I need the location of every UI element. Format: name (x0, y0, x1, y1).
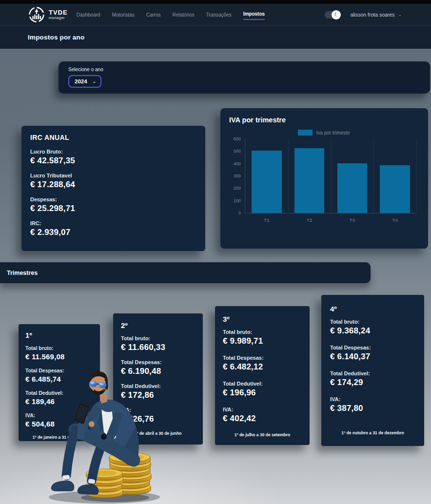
field-value: € 17.288,64 (30, 180, 196, 190)
field-label: Total Dedutivel: (121, 383, 195, 389)
field-group: Lucro Bruto:€ 42.587,35 (30, 149, 196, 166)
field-group: IVA:€ 504,68 (25, 412, 93, 428)
quarter-title: 4º (330, 305, 415, 313)
field-value: € 174,29 (330, 378, 415, 388)
page-title: Impostos por ano (28, 34, 84, 41)
field-group: Total bruto:€ 11.569,08 (25, 345, 93, 361)
gridline (416, 139, 417, 213)
user-name: alisson frota soares (350, 12, 394, 18)
field-group: Total Despesas:€ 6.190,48 (121, 359, 195, 376)
x-tick-label: T2 (288, 217, 331, 223)
x-tick-label: T1 (245, 217, 288, 223)
nav-item-dashboard[interactable]: Dashboard (77, 10, 100, 19)
legend-label: Iva por trimeste (316, 130, 350, 136)
chart-title: IVA por trimestre (229, 116, 418, 124)
field-group: Total Despesas:€ 6.140,37 (330, 345, 415, 362)
chart-bar-column: T4 (373, 139, 416, 213)
field-label: Total bruto: (121, 335, 195, 341)
year-select-value: 2024 (75, 78, 87, 84)
top-strip (0, 0, 431, 4)
field-value: € 25.298,71 (30, 204, 196, 213)
quarter-fields: Total bruto:€ 11.660,33Total Despesas:€ … (121, 335, 195, 431)
quarter-period: 1º de abril a 30 de junho (121, 431, 195, 437)
y-tick-label: 100 (234, 198, 241, 203)
chart-plot: T1T2T3T4 (245, 139, 416, 213)
brand-subtitle: manager (49, 16, 68, 20)
chevron-down-icon: ⌄ (93, 79, 97, 84)
field-label: Despesas: (30, 196, 196, 202)
field-label: Total bruto: (330, 319, 415, 325)
nav-item-relatrios[interactable]: Relatórios (173, 10, 195, 19)
field-group: Total Dedutivel:€ 196,96 (223, 381, 302, 398)
field-label: Total Despesas: (121, 359, 195, 365)
field-value: € 11.569,08 (25, 352, 93, 361)
year-selector-panel: Selecione o ano 2024 ⌄ (59, 61, 430, 94)
nav-item-impostos[interactable]: Impostos (243, 9, 265, 20)
quarter-title: 3º (223, 315, 302, 323)
irc-fields: Lucro Bruto:€ 42.587,35Lucro Tributavel€… (30, 149, 196, 237)
top-nav: TVDE manager DashboardMotoristasCarrosRe… (0, 4, 431, 25)
field-label: Total bruto: (223, 329, 302, 335)
field-group: Despesas:€ 25.298,71 (30, 196, 196, 213)
field-value: € 9.368,24 (330, 326, 415, 336)
chart-bar (380, 165, 410, 213)
y-tick-label: 400 (234, 161, 241, 166)
chevron-down-icon: ⌄ (398, 13, 402, 17)
field-group: Total Dedutivel:€ 174,29 (330, 370, 415, 388)
year-select[interactable]: 2024 ⌄ (68, 75, 101, 88)
y-tick-label: 300 (234, 174, 241, 178)
chart-bar-column: T3 (331, 139, 374, 213)
field-label: Total Despesas: (25, 368, 93, 373)
brand-logo-icon (28, 6, 45, 23)
section-title: Trimestres (7, 270, 38, 276)
field-label: Lucro Tributavel (30, 173, 196, 178)
quarter-title: 1º (25, 331, 93, 339)
field-label: IVA: (25, 412, 93, 418)
quarter-card-3: 3ºTotal bruto:€ 9.989,71Total Despesas:€… (215, 306, 310, 445)
field-group: Total bruto:€ 9.368,24 (330, 319, 415, 336)
chart-bar-column: T1 (245, 139, 288, 213)
nav-item-carros[interactable]: Carros (146, 10, 161, 19)
user-menu[interactable]: alisson frota soares ⌄ (350, 12, 402, 18)
quarter-period: 1º de janeiro a 31 de março (25, 435, 93, 441)
irc-anual-card: IRC ANUAL Lucro Bruto:€ 42.587,35Lucro T… (21, 126, 205, 251)
field-value: € 42.587,35 (30, 156, 196, 166)
x-tick-label: T3 (331, 217, 374, 223)
field-label: IVA: (223, 407, 302, 412)
quarter-fields: Total bruto:€ 9.368,24Total Despesas:€ 6… (330, 319, 415, 422)
nav-item-transaes[interactable]: Transações (206, 10, 232, 19)
quarter-fields: Total bruto:€ 11.569,08Total Despesas:€ … (25, 345, 93, 435)
field-value: € 2.939,07 (30, 228, 196, 237)
chart-bar (252, 151, 281, 213)
quarter-card-2: 2ºTotal bruto:€ 11.660,33Total Despesas:… (113, 313, 203, 445)
field-group: Total Despesas:€ 6.485,74 (25, 368, 93, 383)
trimestres-section-bar: Trimestres (0, 262, 371, 283)
field-label: Total Dedutivel: (223, 381, 302, 387)
field-group: IVA:€ 526,76 (121, 407, 195, 424)
iva-chart-card: IVA por trimestre Iva por trimeste 01002… (220, 108, 428, 249)
field-group: Total bruto:€ 11.660,33 (121, 335, 195, 352)
chart-bar-column: T2 (288, 139, 331, 213)
field-label: Total Despesas: (330, 345, 415, 350)
quarter-card-4: 4ºTotal bruto:€ 9.368,24Total Despesas:€… (321, 295, 424, 446)
field-value: € 504,68 (25, 420, 93, 428)
y-tick-label: 200 (234, 186, 241, 191)
field-label: IVA: (121, 407, 195, 413)
field-value: € 196,96 (223, 388, 302, 398)
theme-toggle[interactable]: ☾ (325, 11, 339, 19)
brand-text: TVDE manager (49, 9, 68, 20)
nav-item-motoristas[interactable]: Motoristas (112, 10, 135, 19)
field-label: IVA: (330, 396, 415, 402)
field-value: € 6.140,37 (330, 352, 415, 362)
y-tick-label: 0 (238, 211, 241, 215)
quarter-period: 1º de julho a 30 de setembro (223, 432, 302, 438)
field-label: IRC: (30, 220, 196, 226)
quarter-fields: Total bruto:€ 9.989,71Total Despesas:€ 6… (223, 329, 302, 432)
field-value: € 387,80 (330, 404, 415, 413)
nav-right: ☾ alisson frota soares ⌄ (325, 11, 402, 19)
chart-body: 0100200300400500600 T1T2T3T4 (229, 139, 418, 213)
brand[interactable]: TVDE manager (28, 6, 68, 23)
field-value: € 189,46 (25, 397, 93, 406)
field-group: IVA:€ 402,42 (223, 407, 302, 424)
page-title-band: Impostos por ano (0, 25, 431, 49)
